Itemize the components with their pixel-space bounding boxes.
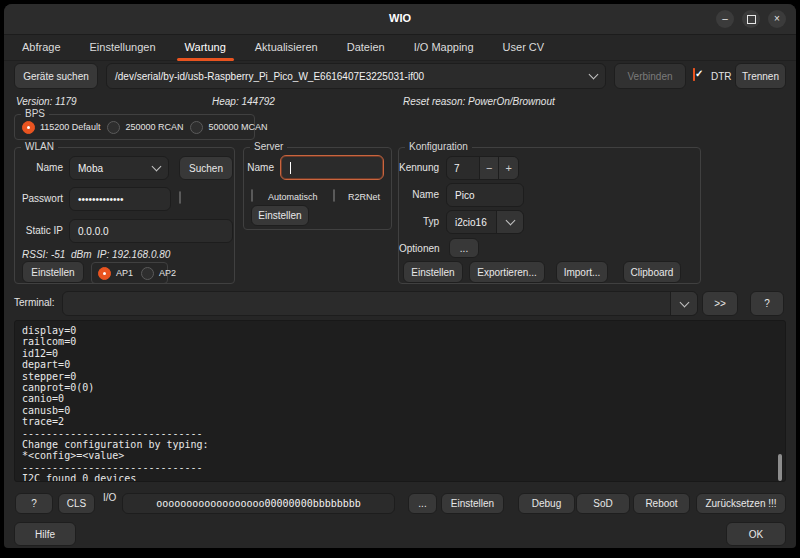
radio-icon[interactable]: [98, 267, 111, 280]
tab-abfrage[interactable]: Abfrage: [22, 34, 61, 61]
device-combobox[interactable]: /dev/serial/by-id/usb-Raspberry_Pi_Pico_…: [106, 63, 606, 89]
disconnect-button[interactable]: Trennen: [735, 63, 786, 89]
combo-dropdown-button[interactable]: [670, 292, 697, 315]
wlan-show-password-checkbox[interactable]: [179, 191, 181, 204]
tab-label: Abfrage: [22, 41, 61, 53]
terminal-output[interactable]: display=0 railcom=0 id12=0 depart=0 step…: [14, 320, 786, 482]
bps-option-500000[interactable]: 500000 MCAN: [190, 121, 267, 134]
wlan-password-field[interactable]: •••••••••••••: [69, 187, 171, 211]
wlan-search-button[interactable]: Suchen: [179, 156, 233, 180]
config-apply-button[interactable]: Einstellen: [403, 261, 463, 283]
minimize-icon: –: [722, 14, 728, 24]
terminal-send-button[interactable]: >>: [702, 291, 738, 316]
configuration-group-title: Konfiguration: [405, 141, 472, 153]
config-type-value: i2cio16: [455, 217, 487, 228]
wlan-group-title: WLAN: [21, 141, 58, 153]
config-import-button[interactable]: Import...: [556, 261, 608, 283]
cls-button[interactable]: CLS: [58, 493, 95, 514]
wlan-name-value: Moba: [78, 163, 103, 174]
wlan-ap1-option[interactable]: AP1: [98, 267, 133, 280]
ok-button[interactable]: OK: [726, 522, 786, 546]
wlan-static-ip-label: Static IP: [15, 225, 63, 236]
io-config-field[interactable]: oooooooooooooooooo00000000bbbbbbbb: [122, 493, 395, 514]
tab-aktualisieren[interactable]: Aktualisieren: [255, 34, 318, 61]
tab-einstellungen[interactable]: Einstellungen: [90, 34, 156, 61]
config-name-label: Name: [399, 189, 439, 200]
search-devices-label: Geräte suchen: [23, 71, 89, 82]
wlan-name-combobox[interactable]: Moba: [69, 156, 169, 180]
connect-label: Verbinden: [627, 71, 672, 82]
dtr-label: DTR: [711, 71, 732, 82]
reboot-label: Reboot: [645, 498, 677, 509]
server-apply-button[interactable]: Einstellen: [251, 205, 309, 226]
config-clipboard-button[interactable]: Clipboard: [623, 261, 681, 283]
minimize-button[interactable]: –: [716, 10, 734, 28]
tab-dateien[interactable]: Dateien: [347, 34, 385, 61]
config-id-label: Kennung: [399, 162, 439, 173]
wlan-search-label: Suchen: [189, 163, 223, 174]
radio-icon[interactable]: [107, 121, 120, 134]
io-apply-label: Einstellen: [451, 498, 494, 509]
wlan-ap2-option[interactable]: AP2: [141, 267, 176, 280]
help-button[interactable]: Hilfe: [14, 522, 76, 546]
radio-icon[interactable]: [22, 121, 35, 134]
terminal-output-text: display=0 railcom=0 id12=0 depart=0 step…: [15, 321, 785, 482]
config-id-value: 7: [447, 157, 479, 179]
io-dots-label: ...: [418, 498, 426, 509]
connect-button[interactable]: Verbinden: [614, 63, 686, 89]
tab-user-cv[interactable]: User CV: [503, 34, 545, 61]
server-automatic-checkbox[interactable]: [251, 189, 253, 202]
text-cursor: [290, 162, 291, 174]
server-r2rnet-checkbox[interactable]: [333, 189, 335, 202]
disconnect-label: Trennen: [742, 71, 779, 82]
spin-plus-button[interactable]: +: [498, 157, 518, 179]
radio-icon[interactable]: [141, 267, 154, 280]
tab-label: I/O Mapping: [414, 41, 474, 53]
bps-option-250000[interactable]: 250000 RCAN: [107, 121, 183, 134]
config-options-button[interactable]: ...: [449, 238, 479, 258]
reboot-button[interactable]: Reboot: [633, 493, 690, 514]
bps-option-label: 115200 Default: [40, 122, 100, 132]
tab-wartung[interactable]: Wartung: [185, 34, 226, 61]
bps-group: BPS 115200 Default 250000 RCAN 500000 MC…: [14, 114, 255, 140]
config-export-button[interactable]: Exportieren...: [469, 261, 545, 283]
wlan-apply-button[interactable]: Einstellen: [22, 261, 84, 283]
app-window: WIO – × Abfrage Einstellungen Wartung Ak…: [4, 4, 796, 548]
radio-icon[interactable]: [190, 121, 203, 134]
sod-button[interactable]: SoD: [576, 493, 630, 514]
bps-option-115200[interactable]: 115200 Default: [22, 121, 100, 134]
spin-minus-button[interactable]: −: [479, 157, 499, 179]
terminal-input-combobox[interactable]: [62, 291, 698, 316]
wlan-group: WLAN Name Moba Suchen Passwort •••••••••…: [14, 147, 235, 284]
config-id-spinner[interactable]: 7 − +: [446, 156, 519, 180]
titlebar[interactable]: WIO – ×: [4, 4, 796, 35]
reset-button[interactable]: Zurücksetzen !!!: [696, 493, 786, 514]
wlan-static-ip-field[interactable]: 0.0.0.0: [69, 219, 233, 243]
dtr-checkbox[interactable]: [693, 68, 695, 81]
scrollbar-thumb[interactable]: [778, 454, 782, 481]
config-options-dots: ...: [460, 243, 468, 254]
close-icon: ×: [774, 14, 780, 24]
server-apply-label: Einstellen: [258, 210, 301, 221]
server-group-title: Server: [250, 141, 287, 153]
cls-label: CLS: [67, 498, 86, 509]
server-name-field[interactable]: [280, 155, 384, 180]
search-devices-button[interactable]: Geräte suchen: [14, 63, 98, 89]
reset-label: Zurücksetzen !!!: [705, 498, 776, 509]
chevron-down-icon: [679, 297, 689, 307]
io-help-button[interactable]: ?: [15, 493, 53, 514]
chevron-down-icon: [589, 70, 599, 80]
combo-dropdown-button[interactable]: [496, 211, 523, 233]
config-name-field[interactable]: Pico: [446, 183, 524, 207]
tab-io-mapping[interactable]: I/O Mapping: [414, 34, 474, 61]
config-type-combobox[interactable]: i2cio16: [446, 210, 524, 234]
bps-option-label: 250000 RCAN: [125, 122, 183, 132]
io-apply-button[interactable]: Einstellen: [441, 493, 504, 514]
wlan-password-value: •••••••••••••: [78, 194, 124, 205]
maximize-button[interactable]: [742, 10, 760, 28]
maximize-icon: [747, 15, 756, 24]
terminal-help-button[interactable]: ?: [750, 291, 784, 316]
debug-button[interactable]: Debug: [518, 493, 575, 514]
close-button[interactable]: ×: [768, 10, 786, 28]
io-dots-button[interactable]: ...: [408, 493, 437, 514]
